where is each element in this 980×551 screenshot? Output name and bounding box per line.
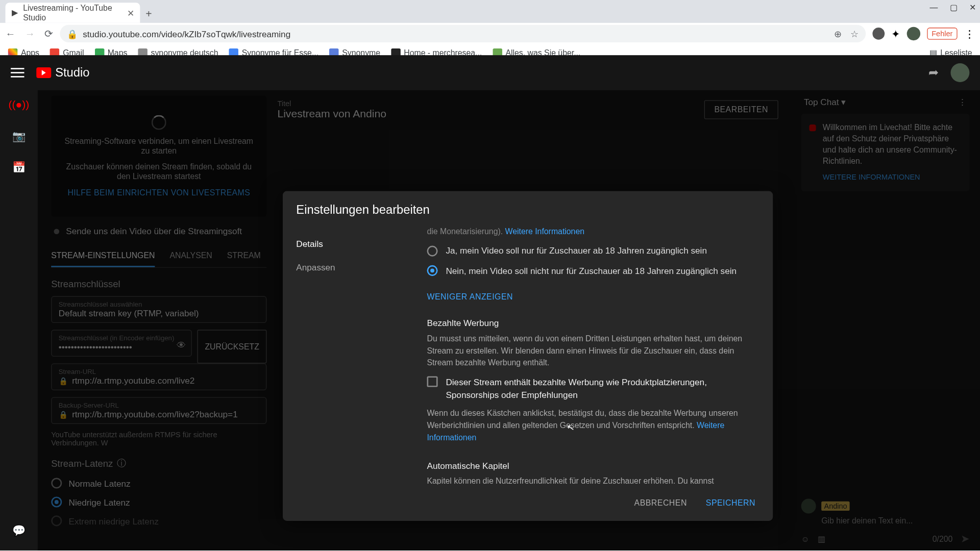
radio-icon — [427, 245, 437, 256]
share-icon[interactable]: ➦ — [928, 65, 939, 80]
age-restrict-no-radio[interactable]: Nein, mein Video soll nicht nur für Zusc… — [427, 264, 754, 278]
auto-chapters-heading: Automatische Kapitel — [427, 459, 754, 472]
studio-logo[interactable]: Studio — [36, 66, 89, 80]
hamburger-menu-icon[interactable] — [11, 68, 24, 77]
save-button[interactable]: SPEICHERN — [699, 493, 762, 513]
new-tab-button[interactable]: + — [140, 6, 157, 23]
reload-icon[interactable]: ⟳ — [44, 28, 53, 40]
live-icon[interactable]: ((●)) — [12, 98, 26, 112]
settings-modal: Einstellungen bearbeiten Details Anpasse… — [283, 191, 773, 521]
account-avatar[interactable] — [950, 63, 969, 82]
tab-title: Livestreaming - YouTube Studio — [23, 4, 123, 22]
paid-promo-checkbox[interactable]: Dieser Stream enthält bezahlte Werbung w… — [427, 375, 754, 401]
bookmark-star-icon[interactable]: ☆ — [850, 28, 859, 39]
close-tab-icon[interactable]: ✕ — [127, 8, 135, 18]
browser-tab[interactable]: ▶ Livestreaming - YouTube Studio ✕ — [6, 3, 140, 23]
truncated-text: die Monetarisierung). Weitere Informatio… — [427, 226, 754, 238]
modal-tab-details[interactable]: Details — [283, 232, 418, 256]
profile-icon[interactable] — [906, 27, 920, 40]
more-info-link[interactable]: Weitere Informationen — [505, 227, 584, 236]
menu-dots-icon[interactable]: ⋮ — [964, 27, 975, 40]
url-text: studio.youtube.com/video/kZIb7soTqwk/liv… — [83, 29, 290, 39]
youtube-icon — [36, 67, 51, 78]
feedback-icon[interactable]: 💬 — [12, 523, 26, 537]
paid-promo-note: Wenn du dieses Kästchen anklickst, bestä… — [427, 407, 754, 443]
forward-icon[interactable]: → — [25, 28, 35, 40]
error-badge[interactable]: Fehler — [927, 28, 958, 40]
back-icon[interactable]: ← — [6, 28, 16, 40]
install-icon[interactable]: ⊕ — [834, 28, 842, 39]
show-less-link[interactable]: WENIGER ANZEIGEN — [427, 291, 513, 303]
age-restrict-yes-radio[interactable]: Ja, mein Video soll nur für Zuschauer ab… — [427, 244, 754, 258]
auto-chapters-desc: Kapitel können die Nutzerfreundlichkeit … — [427, 475, 754, 484]
cancel-button[interactable]: ABBRECHEN — [627, 493, 694, 513]
modal-tab-customize[interactable]: Anpassen — [283, 256, 418, 279]
extensions-puzzle-icon[interactable]: ✦ — [891, 27, 900, 40]
lock-icon: 🔒 — [67, 29, 78, 39]
paid-promo-desc: Du musst uns mitteilen, wenn du von eine… — [427, 332, 754, 368]
calendar-icon[interactable]: 📅 — [12, 160, 26, 173]
modal-title: Einstellungen bearbeiten — [283, 191, 773, 226]
youtube-favicon: ▶ — [11, 8, 19, 17]
address-bar[interactable]: 🔒 studio.youtube.com/video/kZIb7soTqwk/l… — [60, 25, 866, 42]
camera-icon[interactable]: 📷 — [12, 129, 26, 142]
radio-icon — [427, 265, 437, 276]
window-controls[interactable]: —▢✕ — [930, 3, 976, 12]
paid-promo-heading: Bezahlte Werbung — [427, 316, 754, 330]
extension-icon[interactable] — [872, 28, 885, 40]
checkbox-icon — [427, 376, 437, 387]
